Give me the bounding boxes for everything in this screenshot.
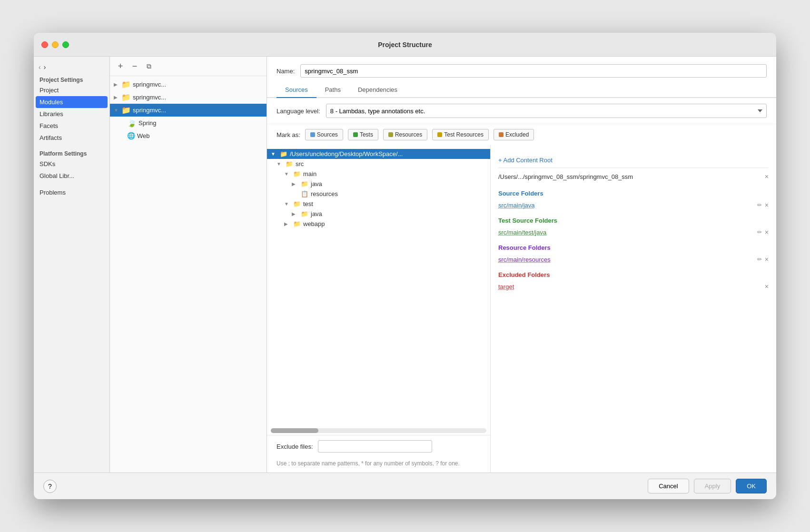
ftree-src[interactable]: ▼ 📁 src [267, 159, 490, 169]
sidebar: ‹ › Project Settings Project Modules Lib… [34, 57, 110, 473]
nav-back-row: ‹ › [34, 61, 109, 75]
mark-test-resources-label: Test Resources [444, 131, 484, 138]
ftree-root-label: /Users/uncledong/Desktop/WorkSpace/... [290, 150, 403, 158]
mark-as-excluded-button[interactable]: Excluded [494, 129, 534, 140]
minimize-button[interactable] [52, 41, 59, 48]
mark-excluded-label: Excluded [505, 131, 529, 138]
sidebar-item-project[interactable]: Project [34, 84, 109, 96]
language-level-select[interactable]: 8 - Lambdas, type annotations etc. 11 - … [326, 104, 767, 118]
language-level-label: Language level: [277, 108, 320, 115]
folder-icon [121, 93, 131, 102]
mark-as-resources-button[interactable]: Resources [383, 129, 427, 140]
forward-arrow-icon[interactable]: › [44, 63, 46, 71]
file-tree-panel: ▼ 📁 /Users/uncledong/Desktop/WorkSpace/.… [267, 145, 491, 473]
copy-module-button[interactable]: ⧉ [143, 60, 155, 72]
mark-as-sources-button[interactable]: Sources [305, 129, 343, 140]
edit-resource-folder-icon[interactable]: ✏ [757, 256, 762, 263]
ftree-webapp-label: webapp [303, 220, 325, 227]
mark-tests-label: Tests [360, 131, 373, 138]
resource-folders-title: Resource Folders [498, 244, 769, 251]
expand-arrow-icon: ▼ [284, 171, 291, 177]
edit-test-folder-icon[interactable]: ✏ [757, 229, 762, 236]
project-settings-label: Project Settings [34, 75, 109, 84]
mark-resources-label: Resources [395, 131, 422, 138]
edit-source-folder-icon[interactable]: ✏ [757, 202, 762, 208]
resource-folder-path[interactable]: src/main/resources [498, 256, 551, 263]
test-source-folder-entry: src/main/test/java ✏ × [498, 227, 769, 237]
source-folder-path[interactable]: src/main/java [498, 202, 535, 209]
sources-dot-icon [310, 132, 315, 137]
delete-resource-folder-icon[interactable]: × [765, 256, 769, 263]
mark-as-label: Mark as: [277, 131, 300, 138]
exclude-files-input[interactable] [318, 440, 432, 453]
spring-icon [127, 118, 137, 128]
back-arrow-icon[interactable]: ‹ [39, 63, 41, 71]
folder-icon: 📁 [279, 150, 288, 158]
horizontal-scrollbar[interactable] [271, 428, 486, 433]
test-resources-dot-icon [437, 132, 442, 137]
ftree-webapp[interactable]: ▶ 📁 webapp [267, 219, 490, 229]
delete-source-folder-icon[interactable]: × [765, 201, 769, 209]
delete-excluded-folder-icon[interactable]: × [765, 283, 769, 290]
content-root-header: + Add Content Root [498, 153, 769, 168]
excluded-dot-icon [499, 132, 504, 137]
module-item-springmvc2[interactable]: ▶ springmvc... [110, 91, 267, 104]
test-source-folder-path[interactable]: src/main/test/java [498, 229, 546, 236]
sidebar-item-sdks[interactable]: SDKs [34, 158, 109, 170]
sidebar-item-global-libs[interactable]: Global Libr... [34, 170, 109, 182]
name-input[interactable] [300, 64, 767, 78]
help-button[interactable]: ? [43, 480, 57, 493]
sidebar-item-modules[interactable]: Modules [36, 96, 108, 108]
test-source-folders-title: Test Source Folders [498, 217, 769, 224]
ftree-resources[interactable]: 📋 resources [267, 189, 490, 199]
mark-as-test-resources-button[interactable]: Test Resources [432, 129, 489, 140]
add-content-root-button[interactable]: + Add Content Root [498, 157, 553, 164]
mark-as-tests-button[interactable]: Tests [348, 129, 378, 140]
ok-button[interactable]: OK [736, 479, 767, 493]
tab-dependencies[interactable]: Dependencies [349, 82, 406, 98]
sidebar-item-problems[interactable]: Problems [34, 187, 109, 198]
expand-arrow-icon: ▼ [271, 151, 277, 157]
module-list: + − ⧉ ▶ springmvc... ▶ springmvc... ▼ [110, 57, 267, 473]
folder-icon [121, 106, 131, 115]
exclude-files-label: Exclude files: [277, 443, 313, 450]
ftree-java[interactable]: ▶ 📁 java [267, 179, 490, 189]
ftree-test[interactable]: ▼ 📁 test [267, 199, 490, 209]
tab-bar: Sources Paths Dependencies [267, 82, 776, 98]
remove-content-root-button[interactable]: × [765, 173, 769, 180]
maximize-button[interactable] [62, 41, 69, 48]
delete-test-folder-icon[interactable]: × [765, 228, 769, 236]
add-module-button[interactable]: + [115, 60, 126, 72]
module-item-spring[interactable]: Spring [110, 117, 267, 129]
ftree-test-java[interactable]: ▶ 📁 java [267, 209, 490, 219]
sidebar-item-facets[interactable]: Facets [34, 120, 109, 132]
sidebar-item-artifacts[interactable]: Artifacts [34, 132, 109, 144]
resource-folder-entry: src/main/resources ✏ × [498, 254, 769, 265]
excluded-folders-title: Excluded Folders [498, 271, 769, 278]
source-folder-icon: 📁 [300, 180, 309, 187]
name-label: Name: [277, 68, 295, 75]
module-label: springmvc... [133, 94, 166, 101]
tab-paths[interactable]: Paths [316, 82, 349, 98]
module-item-web[interactable]: Web [110, 129, 267, 142]
module-item-springmvc1[interactable]: ▶ springmvc... [110, 78, 267, 91]
cancel-button[interactable]: Cancel [648, 479, 689, 493]
collapse-arrow-icon: ▶ [114, 95, 119, 100]
apply-button[interactable]: Apply [694, 479, 731, 493]
sidebar-item-libraries[interactable]: Libraries [34, 108, 109, 120]
module-item-springmvc3[interactable]: ▼ springmvc... [110, 104, 267, 117]
module-toolbar: + − ⧉ [110, 57, 267, 76]
collapse-arrow-icon: ▶ [284, 221, 291, 227]
tab-sources[interactable]: Sources [277, 82, 316, 98]
ftree-main[interactable]: ▼ 📁 main [267, 169, 490, 179]
close-button[interactable] [41, 41, 48, 48]
remove-module-button[interactable]: − [129, 60, 140, 72]
ftree-root[interactable]: ▼ 📁 /Users/uncledong/Desktop/WorkSpace/.… [267, 149, 490, 159]
test-folder-icon: 📁 [300, 210, 309, 217]
main-content: ‹ › Project Settings Project Modules Lib… [34, 57, 776, 473]
module-label: springmvc... [133, 81, 166, 88]
excluded-folder-path[interactable]: target [498, 283, 514, 290]
excluded-folder-entry: target × [498, 281, 769, 292]
project-structure-dialog: Project Structure ‹ › Project Settings P… [34, 33, 776, 499]
mark-sources-label: Sources [317, 131, 338, 138]
